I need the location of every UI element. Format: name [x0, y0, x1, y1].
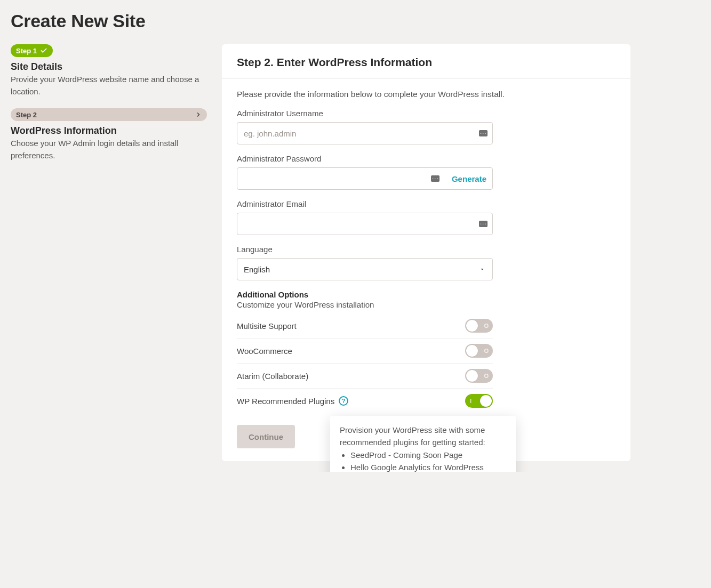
step-2-title: WordPress Information — [11, 125, 207, 136]
toggle-state-label: O — [484, 323, 489, 329]
toggle-row: Atarim (Collaborate)O — [237, 364, 493, 389]
toggle-knob — [466, 320, 478, 332]
toggle-switch[interactable]: O — [465, 319, 493, 333]
card-intro: Please provide the information below to … — [237, 90, 616, 99]
toggle-state-label: I — [470, 398, 472, 404]
check-icon — [40, 47, 47, 54]
step-1-chip-label: Step 1 — [16, 47, 37, 55]
step-1-desc: Provide your WordPress website name and … — [11, 74, 207, 98]
continue-button[interactable]: Continue — [237, 425, 295, 448]
autofill-icon[interactable] — [479, 130, 488, 136]
page-title: Create New Site — [11, 11, 700, 31]
recommended-plugins-tooltip: Provision your WordPress site with some … — [330, 416, 516, 472]
tooltip-list-item: SeedProd - Coming Soon Page — [350, 449, 506, 462]
autofill-icon[interactable] — [431, 175, 440, 182]
toggle-knob — [466, 345, 478, 357]
additional-options-title: Additional Options — [237, 290, 616, 299]
chevron-right-icon — [195, 111, 202, 118]
email-input[interactable] — [237, 213, 493, 235]
wordpress-info-card: Step 2. Enter WordPress Information Plea… — [222, 44, 630, 461]
toggle-label: Atarim (Collaborate) — [237, 372, 308, 381]
language-select[interactable]: English — [237, 258, 493, 280]
additional-options-list: Multisite SupportOWooCommerceOAtarim (Co… — [237, 313, 493, 413]
generate-password-button[interactable]: Generate — [452, 174, 486, 183]
username-label: Administrator Username — [237, 109, 616, 118]
toggle-knob — [466, 370, 478, 382]
step-2-desc: Choose your WP Admin login details and i… — [11, 138, 207, 162]
password-label: Administrator Password — [237, 154, 616, 163]
toggle-row: WP Recommended Plugins?I — [237, 389, 493, 413]
tooltip-list: SeedProd - Coming Soon PageHello Google … — [340, 449, 506, 472]
toggle-state-label: O — [484, 348, 489, 354]
toggle-state-label: O — [484, 373, 489, 379]
card-heading: Step 2. Enter WordPress Information — [237, 56, 616, 69]
tooltip-text: Provision your WordPress site with some … — [340, 424, 506, 448]
toggle-row: WooCommerceO — [237, 339, 493, 364]
help-icon[interactable]: ? — [339, 396, 348, 406]
toggle-label-text: WooCommerce — [237, 347, 292, 356]
steps-sidebar: Step 1 Site Details Provide your WordPre… — [11, 44, 207, 172]
tooltip-list-item: Hello Google Analytics for WordPress — [350, 462, 506, 472]
toggle-knob — [480, 395, 492, 407]
step-1-block[interactable]: Step 1 Site Details Provide your WordPre… — [11, 44, 207, 98]
step-1-title: Site Details — [11, 61, 207, 73]
step-2-chip: Step 2 — [11, 108, 207, 121]
toggle-switch[interactable]: O — [465, 369, 493, 383]
toggle-label-text: Atarim (Collaborate) — [237, 372, 308, 381]
language-label: Language — [237, 245, 616, 254]
toggle-switch[interactable]: I — [465, 394, 493, 408]
toggle-label: WP Recommended Plugins? — [237, 396, 348, 406]
step-2-chip-label: Step 2 — [16, 111, 37, 119]
toggle-label: WooCommerce — [237, 347, 292, 356]
email-label: Administrator Email — [237, 199, 616, 208]
toggle-label-text: Multisite Support — [237, 321, 297, 331]
toggle-switch[interactable]: O — [465, 344, 493, 358]
username-input[interactable] — [237, 122, 493, 144]
toggle-label: Multisite Support — [237, 321, 297, 331]
autofill-icon[interactable] — [479, 221, 488, 227]
toggle-row: Multisite SupportO — [237, 313, 493, 339]
step-1-chip: Step 1 — [11, 44, 53, 57]
toggle-label-text: WP Recommended Plugins — [237, 397, 334, 406]
additional-options-subtitle: Customize your WordPress installation — [237, 300, 616, 309]
step-2-block[interactable]: Step 2 WordPress Information Choose your… — [11, 108, 207, 162]
